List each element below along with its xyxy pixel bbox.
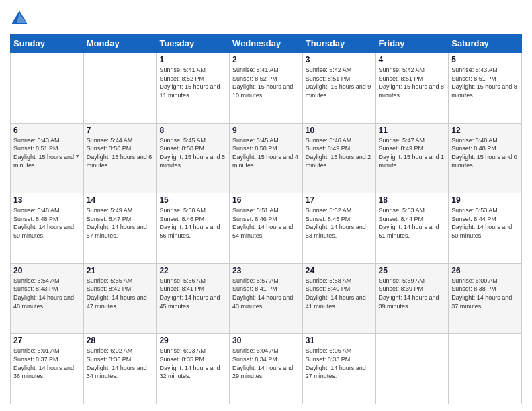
day-number: 30: [232, 336, 300, 345]
day-number: 16: [232, 195, 300, 205]
calendar-cell: 31Sunrise: 6:05 AMSunset: 8:33 PMDayligh…: [302, 334, 375, 404]
day-info: Sunrise: 5:51 AMSunset: 8:46 PMDaylight:…: [232, 206, 300, 240]
day-number: 11: [379, 126, 446, 135]
logo-icon: [10, 9, 29, 28]
day-number: 20: [13, 266, 81, 275]
day-number: 25: [379, 266, 446, 275]
calendar-cell: [449, 334, 522, 404]
day-info: Sunrise: 5:55 AMSunset: 8:42 PMDaylight:…: [87, 277, 154, 310]
day-number: 23: [232, 266, 300, 275]
calendar-cell: 22Sunrise: 5:56 AMSunset: 8:41 PMDayligh…: [157, 263, 230, 334]
day-number: 7: [87, 126, 154, 135]
day-info: Sunrise: 5:42 AMSunset: 8:51 PMDaylight:…: [306, 66, 373, 99]
calendar-cell: 27Sunrise: 6:01 AMSunset: 8:37 PMDayligh…: [11, 334, 84, 404]
week-row-2: 6Sunrise: 5:43 AMSunset: 8:51 PMDaylight…: [11, 123, 522, 193]
day-info: Sunrise: 5:43 AMSunset: 8:51 PMDaylight:…: [451, 66, 519, 99]
weekday-header-sunday: Sunday: [11, 34, 84, 53]
day-number: 13: [13, 195, 81, 205]
day-info: Sunrise: 5:44 AMSunset: 8:50 PMDaylight:…: [87, 136, 154, 170]
day-number: 17: [306, 195, 373, 205]
weekday-header-saturday: Saturday: [449, 34, 522, 53]
day-info: Sunrise: 5:43 AMSunset: 8:51 PMDaylight:…: [13, 136, 81, 170]
calendar-cell: 14Sunrise: 5:49 AMSunset: 8:47 PMDayligh…: [83, 193, 157, 264]
weekday-header-friday: Friday: [375, 34, 449, 53]
calendar-cell: 18Sunrise: 5:53 AMSunset: 8:44 PMDayligh…: [375, 193, 449, 264]
day-info: Sunrise: 5:56 AMSunset: 8:41 PMDaylight:…: [159, 277, 226, 310]
day-info: Sunrise: 5:50 AMSunset: 8:46 PMDaylight:…: [159, 206, 226, 240]
day-number: 19: [451, 195, 519, 205]
day-number: 1: [159, 55, 226, 64]
day-info: Sunrise: 5:45 AMSunset: 8:50 PMDaylight:…: [232, 136, 300, 170]
day-info: Sunrise: 6:02 AMSunset: 8:36 PMDaylight:…: [87, 347, 154, 380]
week-row-1: 1Sunrise: 5:41 AMSunset: 8:52 PMDaylight…: [11, 53, 522, 124]
calendar-cell: 21Sunrise: 5:55 AMSunset: 8:42 PMDayligh…: [83, 263, 157, 334]
calendar-cell: 28Sunrise: 6:02 AMSunset: 8:36 PMDayligh…: [83, 334, 157, 404]
week-row-5: 27Sunrise: 6:01 AMSunset: 8:37 PMDayligh…: [11, 334, 522, 404]
day-info: Sunrise: 5:48 AMSunset: 8:48 PMDaylight:…: [451, 136, 519, 170]
day-info: Sunrise: 6:03 AMSunset: 8:35 PMDaylight:…: [159, 347, 226, 380]
calendar-cell: 15Sunrise: 5:50 AMSunset: 8:46 PMDayligh…: [157, 193, 230, 264]
day-info: Sunrise: 6:05 AMSunset: 8:33 PMDaylight:…: [306, 347, 373, 380]
day-number: 15: [159, 195, 226, 205]
day-info: Sunrise: 5:53 AMSunset: 8:44 PMDaylight:…: [379, 206, 446, 240]
day-info: Sunrise: 5:58 AMSunset: 8:40 PMDaylight:…: [306, 277, 373, 310]
calendar-cell: 10Sunrise: 5:46 AMSunset: 8:49 PMDayligh…: [302, 123, 375, 193]
day-number: 5: [451, 55, 519, 64]
day-info: Sunrise: 5:41 AMSunset: 8:52 PMDaylight:…: [232, 66, 300, 99]
day-number: 21: [87, 266, 154, 275]
day-number: 22: [159, 266, 226, 275]
calendar-cell: 11Sunrise: 5:47 AMSunset: 8:49 PMDayligh…: [375, 123, 449, 193]
day-info: Sunrise: 5:48 AMSunset: 8:48 PMDaylight:…: [13, 206, 81, 240]
day-info: Sunrise: 5:52 AMSunset: 8:45 PMDaylight:…: [306, 206, 373, 240]
day-info: Sunrise: 5:47 AMSunset: 8:49 PMDaylight:…: [379, 136, 446, 170]
day-number: 6: [13, 126, 81, 135]
day-info: Sunrise: 5:49 AMSunset: 8:47 PMDaylight:…: [87, 206, 154, 240]
calendar-header: SundayMondayTuesdayWednesdayThursdayFrid…: [11, 34, 522, 53]
day-info: Sunrise: 5:45 AMSunset: 8:50 PMDaylight:…: [159, 136, 226, 170]
weekday-header-tuesday: Tuesday: [157, 34, 230, 53]
calendar-cell: 20Sunrise: 5:54 AMSunset: 8:43 PMDayligh…: [11, 263, 84, 334]
calendar-cell: 30Sunrise: 6:04 AMSunset: 8:34 PMDayligh…: [230, 334, 303, 404]
calendar-cell: [11, 53, 84, 124]
weekday-header-monday: Monday: [83, 34, 157, 53]
day-number: 18: [379, 195, 446, 205]
calendar-table: SundayMondayTuesdayWednesdayThursdayFrid…: [10, 34, 522, 404]
day-info: Sunrise: 5:46 AMSunset: 8:49 PMDaylight:…: [306, 136, 373, 170]
day-number: 31: [306, 336, 373, 345]
weekday-header-row: SundayMondayTuesdayWednesdayThursdayFrid…: [11, 34, 522, 53]
calendar-cell: 9Sunrise: 5:45 AMSunset: 8:50 PMDaylight…: [230, 123, 303, 193]
weekday-header-wednesday: Wednesday: [230, 34, 303, 53]
day-number: 4: [379, 55, 446, 64]
day-number: 10: [306, 126, 373, 135]
day-number: 12: [451, 126, 519, 135]
day-number: 28: [87, 336, 154, 345]
calendar-cell: 24Sunrise: 5:58 AMSunset: 8:40 PMDayligh…: [302, 263, 375, 334]
day-info: Sunrise: 5:42 AMSunset: 8:51 PMDaylight:…: [379, 66, 446, 99]
calendar-cell: 4Sunrise: 5:42 AMSunset: 8:51 PMDaylight…: [375, 53, 449, 124]
week-row-3: 13Sunrise: 5:48 AMSunset: 8:48 PMDayligh…: [11, 193, 522, 264]
day-number: 8: [159, 126, 226, 135]
day-number: 14: [87, 195, 154, 205]
week-row-4: 20Sunrise: 5:54 AMSunset: 8:43 PMDayligh…: [11, 263, 522, 334]
weekday-header-thursday: Thursday: [302, 34, 375, 53]
calendar-cell: 19Sunrise: 5:53 AMSunset: 8:44 PMDayligh…: [449, 193, 522, 264]
day-info: Sunrise: 5:57 AMSunset: 8:41 PMDaylight:…: [232, 277, 300, 310]
calendar-cell: 8Sunrise: 5:45 AMSunset: 8:50 PMDaylight…: [157, 123, 230, 193]
day-info: Sunrise: 5:41 AMSunset: 8:52 PMDaylight:…: [159, 66, 226, 99]
day-number: 24: [306, 266, 373, 275]
calendar-cell: 5Sunrise: 5:43 AMSunset: 8:51 PMDaylight…: [449, 53, 522, 124]
calendar-cell: [375, 334, 449, 404]
day-number: 26: [451, 266, 519, 275]
calendar-cell: 16Sunrise: 5:51 AMSunset: 8:46 PMDayligh…: [230, 193, 303, 264]
calendar-cell: 7Sunrise: 5:44 AMSunset: 8:50 PMDaylight…: [83, 123, 157, 193]
calendar-cell: 1Sunrise: 5:41 AMSunset: 8:52 PMDaylight…: [157, 53, 230, 124]
calendar-cell: 26Sunrise: 6:00 AMSunset: 8:38 PMDayligh…: [449, 263, 522, 334]
calendar-cell: 25Sunrise: 5:59 AMSunset: 8:39 PMDayligh…: [375, 263, 449, 334]
calendar-cell: 12Sunrise: 5:48 AMSunset: 8:48 PMDayligh…: [449, 123, 522, 193]
calendar-cell: 6Sunrise: 5:43 AMSunset: 8:51 PMDaylight…: [11, 123, 84, 193]
calendar-cell: 13Sunrise: 5:48 AMSunset: 8:48 PMDayligh…: [11, 193, 84, 264]
day-info: Sunrise: 6:04 AMSunset: 8:34 PMDaylight:…: [232, 347, 300, 380]
page: SundayMondayTuesdayWednesdayThursdayFrid…: [0, 0, 532, 411]
day-number: 27: [13, 336, 81, 345]
logo: [10, 9, 32, 28]
